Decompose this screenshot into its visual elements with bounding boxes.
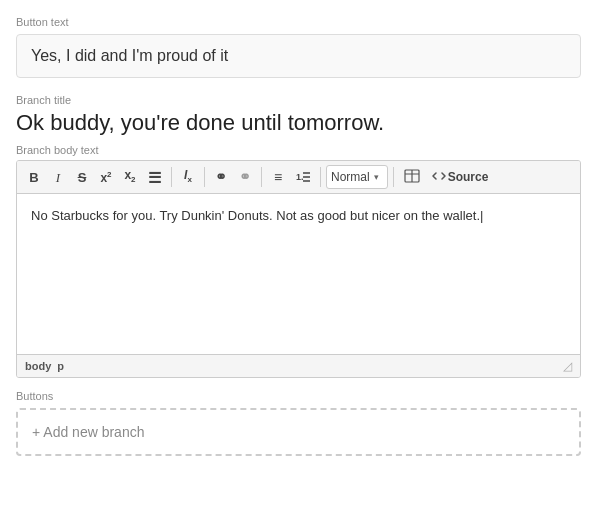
bold-button[interactable]: B	[23, 165, 45, 189]
bold-icon: B	[29, 171, 38, 184]
branch-title-text: Ok buddy, you're done until tomorrow.	[16, 110, 581, 136]
branch-title-section: Branch title Ok buddy, you're done until…	[16, 94, 581, 136]
branch-body-section: Branch body text B I S x2 x2 ☰	[16, 144, 581, 378]
unlink-icon: ⚭	[239, 170, 251, 184]
buttons-section-label: Buttons	[16, 390, 581, 402]
link-button[interactable]: ⚭	[210, 165, 232, 189]
footer-tag-p: p	[57, 360, 64, 372]
unlink-button[interactable]: ⚭	[234, 165, 256, 189]
format-dropdown-label: Normal	[331, 170, 370, 184]
button-text-section: Button text	[16, 16, 581, 94]
toolbar-divider-5	[393, 167, 394, 187]
align-button[interactable]: ☰	[143, 165, 166, 189]
clear-formatting-button[interactable]: Ix	[177, 165, 199, 189]
buttons-section: Buttons + Add new branch	[16, 390, 581, 456]
chevron-down-icon: ▾	[374, 172, 379, 182]
editor-footer-tags: body p	[25, 360, 64, 372]
branch-title-label: Branch title	[16, 94, 581, 106]
footer-tag-body: body	[25, 360, 51, 372]
toolbar-divider-3	[261, 167, 262, 187]
subscript-button[interactable]: x2	[119, 165, 141, 189]
italic-button[interactable]: I	[47, 165, 69, 189]
superscript-button[interactable]: x2	[95, 165, 117, 189]
ul-icon: ≡	[274, 170, 282, 184]
source-label: Source	[448, 171, 489, 183]
subscript-icon: x2	[124, 169, 135, 184]
add-branch-button[interactable]: + Add new branch	[16, 408, 581, 456]
toolbar-divider-4	[320, 167, 321, 187]
svg-text:1.: 1.	[296, 172, 304, 182]
superscript-icon: x2	[100, 171, 111, 184]
editor-content: No Starbucks for you. Try Dunkin' Donuts…	[31, 206, 566, 227]
unordered-list-button[interactable]: ≡	[267, 165, 289, 189]
editor-body[interactable]: No Starbucks for you. Try Dunkin' Donuts…	[17, 194, 580, 354]
ol-icon: 1.	[296, 169, 310, 185]
toolbar-divider-1	[171, 167, 172, 187]
button-text-input[interactable]	[16, 34, 581, 78]
source-icon	[432, 170, 446, 184]
link-icon: ⚭	[215, 170, 227, 184]
clear-formatting-icon: Ix	[184, 169, 192, 184]
toolbar-divider-2	[204, 167, 205, 187]
format-dropdown[interactable]: Normal ▾	[326, 165, 388, 189]
button-text-label: Button text	[16, 16, 581, 28]
italic-icon: I	[56, 171, 60, 184]
editor-toolbar: B I S x2 x2 ☰ Ix ⚭	[17, 161, 580, 194]
strikethrough-button[interactable]: S	[71, 165, 93, 189]
branch-body-label: Branch body text	[16, 144, 581, 156]
source-button[interactable]: Source	[427, 165, 494, 189]
strikethrough-icon: S	[78, 171, 87, 184]
table-icon	[404, 169, 420, 185]
ordered-list-button[interactable]: 1.	[291, 165, 315, 189]
rich-text-editor: B I S x2 x2 ☰ Ix ⚭	[16, 160, 581, 378]
add-branch-label: + Add new branch	[32, 424, 144, 440]
editor-footer: body p ◿	[17, 354, 580, 377]
table-button[interactable]	[399, 165, 425, 189]
align-icon: ☰	[148, 170, 161, 185]
resize-handle[interactable]: ◿	[563, 359, 572, 373]
